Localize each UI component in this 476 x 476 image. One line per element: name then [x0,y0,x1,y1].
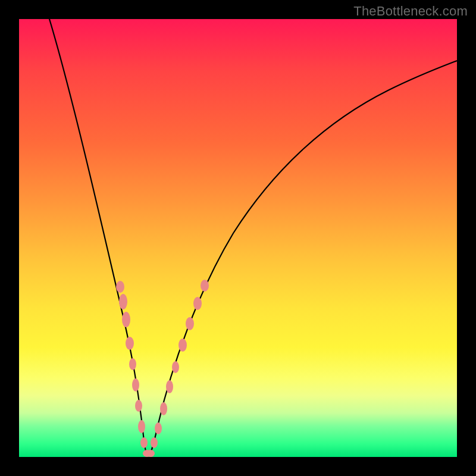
highlight-markers-left [116,281,151,457]
chart-svg [19,19,457,457]
svg-point-4 [129,358,136,370]
svg-point-16 [178,339,187,352]
svg-point-13 [160,402,167,415]
highlight-markers-right [146,280,209,457]
svg-point-15 [172,361,179,373]
svg-point-18 [193,297,202,310]
svg-point-5 [132,378,139,392]
svg-point-1 [119,294,127,309]
svg-point-7 [138,420,145,433]
svg-point-2 [122,312,130,327]
svg-point-19 [201,280,209,292]
svg-point-12 [155,422,162,434]
watermark-text: TheBottleneck.com [353,4,468,19]
svg-point-6 [135,400,142,412]
plot-area [19,19,457,457]
svg-point-14 [166,380,173,393]
svg-point-3 [126,337,134,350]
svg-point-8 [140,437,148,448]
svg-point-11 [151,437,158,448]
bottleneck-curve [49,19,457,456]
svg-point-17 [186,317,194,330]
svg-point-10 [146,450,155,457]
svg-point-0 [116,281,124,293]
